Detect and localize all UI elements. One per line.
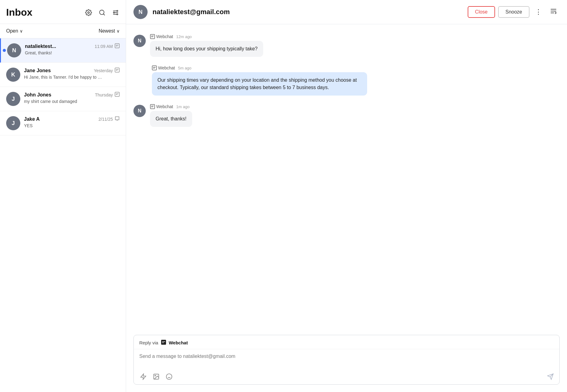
conv-top: John Jones Thursday [24,92,120,98]
svg-point-0 [88,12,89,14]
channel-icon [115,92,120,98]
sidebar-icon-group [85,9,120,17]
message-meta: Webchat 1m ago [150,104,560,109]
reply-prefix: Reply via [139,340,158,345]
emoji-icon [166,373,172,380]
filter-icon [112,9,119,16]
conv-name: Jake A [24,116,40,122]
message-meta: Webchat 5m ago [152,65,560,70]
conversation-item[interactable]: J Jake A 2/11/25 YES [0,111,126,135]
main-panel: N nataliektest@gmail.com Close Snooze ⋮ … [126,0,567,392]
webchat-icon [152,65,157,70]
message-group: N Webchat 1m ago Great, thanks! [133,104,560,127]
gear-icon-button[interactable] [85,9,93,17]
reply-header: Reply via Webchat [134,335,559,349]
message-avatar: N [133,35,146,47]
sidebar-header: Inbox [0,0,126,24]
list-detail-button[interactable] [547,6,560,18]
message-avatar: N [133,105,146,117]
filters-row: Open ∨ Newest ∨ [0,24,126,38]
webchat-icon [150,34,155,39]
reply-webchat-icon [161,339,166,345]
message-channel-badge: Webchat [150,104,173,109]
svg-rect-31 [161,340,166,345]
message-body: Webchat 5m ago Our shipping times vary d… [152,65,560,96]
channel-icon [115,68,120,73]
reply-channel-icon [161,339,166,346]
conv-preview: Hi Jane, this is Tanner. I'd be happy to… [24,75,104,80]
main-header-avatar: N [133,5,148,19]
message-bubble-agent: Our shipping times vary depending on you… [152,72,367,96]
lightning-icon [140,373,147,380]
avatar: J [6,116,20,130]
more-options-button[interactable]: ⋮ [533,7,544,17]
sidebar-title: Inbox [6,7,32,18]
svg-rect-22 [150,34,155,39]
conversation-item[interactable]: N nataliektest... 11:09 AM [0,38,126,63]
message-time: 5m ago [178,66,191,70]
conv-time: 11:09 AM [95,44,113,49]
emoji-button[interactable] [165,373,173,381]
reply-input[interactable] [134,349,559,369]
conv-meta: Thursday [95,92,120,98]
conv-top: Jane Jones Yesterday [24,68,120,73]
svg-rect-28 [150,104,155,109]
conv-content: John Jones Thursday my shirt came out da… [24,92,120,104]
avatar: J [6,92,20,106]
conv-name: John Jones [24,92,51,98]
reply-toolbar [134,370,559,384]
send-icon [547,373,554,380]
message-body: Webchat 12m ago Hi, how long does your s… [150,34,560,57]
svg-marker-34 [141,374,146,379]
svg-rect-13 [115,68,119,72]
avatar: N [7,43,21,57]
conv-content: nataliektest... 11:09 AM Great, thanks! [25,43,120,55]
sort-filter-button[interactable]: Newest ∨ [99,28,120,34]
svg-rect-16 [115,92,119,96]
filter-icon-button[interactable] [112,9,120,17]
conversation-email-title: nataliektest@gmail.com [153,8,463,16]
conv-name: nataliektest... [25,44,56,49]
conv-top: Jake A 2/11/25 [24,116,120,122]
conversation-item[interactable]: K Jane Jones Yesterday [0,63,126,87]
snooze-button[interactable]: Snooze [498,6,529,18]
message-channel-badge: Webchat [152,65,175,70]
search-icon [99,9,105,16]
message-bubble: Hi, how long does your shipping typicall… [150,41,263,57]
conv-meta: Yesterday [94,68,120,73]
conv-content: Jake A 2/11/25 YES [24,116,120,128]
conv-time: Thursday [95,92,113,97]
more-vertical-icon: ⋮ [535,8,542,16]
conv-name: Jane Jones [24,68,51,73]
conv-meta: 11:09 AM [95,43,120,49]
close-button[interactable]: Close [468,6,495,18]
status-filter-button[interactable]: Open ∨ [6,28,23,34]
image-icon [153,373,160,380]
svg-point-36 [155,375,156,376]
sort-filter-label: Newest [99,28,115,34]
main-header: N nataliektest@gmail.com Close Snooze ⋮ [126,0,567,24]
list-detail-icon [550,7,557,15]
conversation-item[interactable]: J John Jones Thursday [0,87,126,111]
conversation-list: N nataliektest... 11:09 AM [0,38,126,392]
lightning-button[interactable] [139,373,147,381]
message-body: Webchat 1m ago Great, thanks! [150,104,560,127]
sort-chevron-icon: ∨ [117,29,120,33]
status-chevron-icon: ∨ [20,29,23,33]
status-filter-label: Open [6,28,18,34]
message-time: 1m ago [176,104,189,109]
message-group: N Webchat 12m ago Hi, how long does your… [133,34,560,57]
message-group: Webchat 5m ago Our shipping times vary d… [152,65,560,96]
message-channel-badge: Webchat [150,34,173,39]
conv-top: nataliektest... 11:09 AM [25,43,120,49]
search-icon-button[interactable] [98,9,106,17]
header-actions: Close Snooze ⋮ [468,6,560,18]
image-button[interactable] [152,373,160,381]
message-meta: Webchat 12m ago [150,34,560,39]
send-button[interactable] [547,373,554,380]
messages-area: N Webchat 12m ago Hi, how long does your… [126,24,567,335]
conv-time: 2/11/25 [98,117,113,122]
gear-icon [85,9,92,16]
conv-preview: Great, thanks! [25,50,105,55]
sidebar: Inbox [0,0,126,392]
